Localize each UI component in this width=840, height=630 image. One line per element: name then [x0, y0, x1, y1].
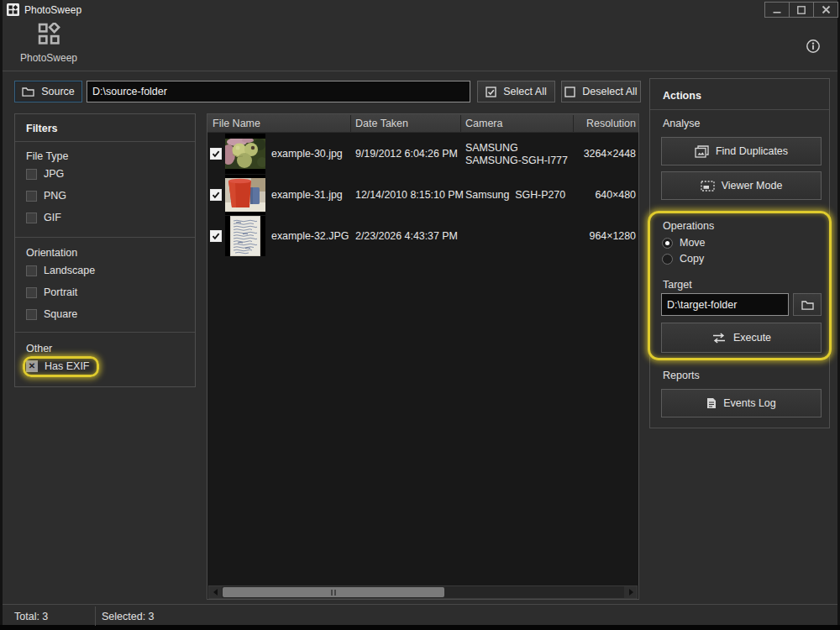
- actions-title: Actions: [663, 90, 701, 102]
- column-camera[interactable]: Camera: [465, 114, 502, 133]
- row-checkbox[interactable]: [210, 189, 222, 201]
- deselect-all-label: Deselect All: [582, 86, 637, 97]
- browse-target-button[interactable]: [793, 293, 822, 316]
- table-header: File Name Date Taken Camera Resolution: [207, 114, 638, 133]
- column-divider: [350, 115, 351, 132]
- reports-label: Reports: [663, 370, 700, 381]
- resolution: 640×480: [527, 189, 636, 201]
- scroll-right-arrow[interactable]: [624, 586, 637, 598]
- maximize-button[interactable]: [789, 3, 813, 17]
- move-radio[interactable]: [662, 238, 673, 249]
- statusbar-divider: [3, 604, 837, 605]
- status-total: Total: 3: [14, 611, 48, 622]
- execute-button[interactable]: Execute: [661, 323, 822, 353]
- filter-has-exif[interactable]: ✕Has EXIF: [26, 360, 90, 372]
- column-file-name[interactable]: File Name: [213, 114, 260, 133]
- window-title: PhotoSweep: [24, 4, 81, 16]
- horizontal-scrollbar[interactable]: [208, 585, 638, 599]
- thumbnail-handwritten-note-photo: [225, 216, 265, 256]
- copy-radio[interactable]: [662, 254, 673, 265]
- file-name: example-30.jpg: [271, 148, 343, 160]
- file-name: example-32.JPG: [271, 230, 349, 242]
- filter-section-other: Other: [26, 343, 52, 354]
- source-button-label: Source: [41, 86, 75, 97]
- window-border-bottom: [0, 625, 840, 630]
- scrollbar-thumb[interactable]: [223, 587, 444, 597]
- filter-portrait[interactable]: Portrait: [26, 286, 77, 298]
- source-button[interactable]: Source: [14, 81, 82, 102]
- actions-divider: [650, 109, 829, 110]
- viewer-mode-button[interactable]: Viewer Mode: [661, 171, 822, 200]
- copy-option[interactable]: Copy: [662, 253, 704, 265]
- filter-square[interactable]: Square: [26, 308, 77, 320]
- info-icon[interactable]: [806, 39, 821, 57]
- table-row[interactable]: example-30.jpg 9/19/2012 6:04:26 PM SAMS…: [207, 134, 638, 175]
- app-name-label: PhotoSweep: [15, 52, 82, 64]
- target-path-input[interactable]: [661, 293, 789, 316]
- checked-checkbox-icon: [486, 87, 496, 97]
- app-logo-block: PhotoSweep: [15, 23, 82, 64]
- column-date-taken[interactable]: Date Taken: [355, 114, 408, 133]
- viewer-mode-label: Viewer Mode: [722, 180, 783, 192]
- filter-gif[interactable]: GIF: [26, 212, 61, 223]
- thumbnail-red-cup-photo: [225, 175, 265, 215]
- has-exif-checkbox[interactable]: ✕: [26, 360, 38, 372]
- select-all-button[interactable]: Select All: [477, 81, 555, 102]
- square-checkbox[interactable]: [26, 309, 37, 320]
- filters-panel: Filters File Type JPG PNG GIF Orientatio…: [14, 113, 196, 387]
- table-row[interactable]: example-32.JPG 2/23/2026 4:43:37 PM 964×…: [207, 216, 638, 257]
- table-row[interactable]: example-31.jpg 12/14/2010 8:15:10 PM Sam…: [207, 175, 638, 216]
- png-checkbox[interactable]: [26, 191, 37, 202]
- empty-checkbox-icon: [564, 87, 575, 97]
- resolution: 964×1280: [527, 230, 636, 242]
- resolution: 3264×2448: [527, 148, 636, 160]
- transfer-arrows-icon: [711, 333, 727, 344]
- thumbnail-fruits-photo: [225, 134, 265, 174]
- filter-section-file-type: File Type: [26, 150, 69, 162]
- app-titlebar-icon: [7, 3, 19, 16]
- column-resolution[interactable]: Resolution: [527, 114, 636, 133]
- row-checkbox[interactable]: [210, 148, 222, 160]
- filters-divider-1: [15, 141, 195, 142]
- find-duplicates-label: Find Duplicates: [716, 145, 788, 157]
- minimize-button[interactable]: [765, 3, 789, 17]
- move-option[interactable]: Move: [662, 237, 706, 249]
- filter-landscape[interactable]: Landscape: [26, 265, 95, 276]
- actions-panel: Actions Analyse Find Duplicates Viewer M…: [649, 78, 830, 428]
- analyse-label: Analyse: [663, 118, 700, 129]
- filter-section-orientation: Orientation: [26, 247, 77, 259]
- filter-png[interactable]: PNG: [26, 190, 66, 202]
- operations-label: Operations: [663, 220, 714, 232]
- window-controls: [764, 2, 838, 18]
- portrait-checkbox[interactable]: [26, 287, 37, 298]
- column-divider: [573, 115, 574, 132]
- filters-divider-2: [15, 237, 195, 238]
- window-border-left: [0, 0, 3, 630]
- landscape-checkbox[interactable]: [26, 265, 37, 276]
- status-separator: [95, 606, 96, 626]
- filter-jpg[interactable]: JPG: [26, 168, 64, 180]
- header-divider: [3, 71, 837, 71]
- scroll-left-arrow[interactable]: [209, 586, 222, 598]
- select-all-label: Select All: [503, 86, 546, 97]
- gif-checkbox[interactable]: [26, 213, 37, 223]
- filters-divider-3: [15, 332, 195, 333]
- filters-title: Filters: [26, 123, 58, 134]
- close-button[interactable]: [813, 3, 837, 17]
- folder-icon: [801, 300, 814, 310]
- file-table: File Name Date Taken Camera Resolution e…: [207, 113, 639, 600]
- photosweep-logo-icon: [38, 23, 60, 45]
- events-log-label: Events Log: [723, 397, 776, 409]
- find-duplicates-button[interactable]: Find Duplicates: [661, 137, 822, 165]
- target-label: Target: [663, 279, 692, 291]
- row-checkbox[interactable]: [210, 230, 222, 242]
- status-selected: Selected: 3: [102, 611, 155, 622]
- photosweep-window: PhotoSweep PhotoSweep Source Select All …: [0, 0, 840, 630]
- events-log-button[interactable]: Events Log: [661, 389, 822, 417]
- jpg-checkbox[interactable]: [26, 169, 37, 180]
- deselect-all-button[interactable]: Deselect All: [561, 81, 641, 102]
- folder-icon: [22, 87, 34, 97]
- column-divider: [460, 115, 461, 132]
- source-path-input[interactable]: [87, 81, 470, 102]
- file-name: example-31.jpg: [271, 189, 343, 201]
